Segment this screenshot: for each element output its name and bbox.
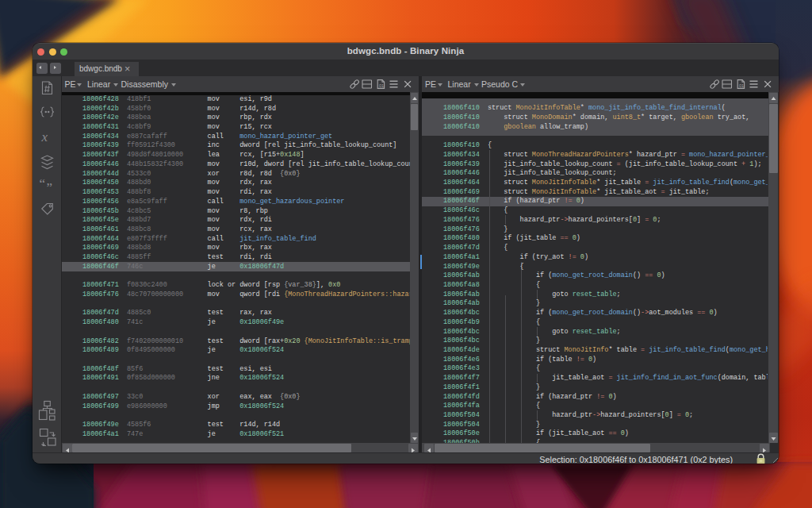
svg-text:x: x — [41, 129, 48, 144]
svg-text:01: 01 — [739, 83, 744, 88]
svg-text:”: ” — [47, 180, 53, 195]
svg-text:01: 01 — [379, 83, 384, 88]
svg-text:“: “ — [40, 176, 46, 191]
